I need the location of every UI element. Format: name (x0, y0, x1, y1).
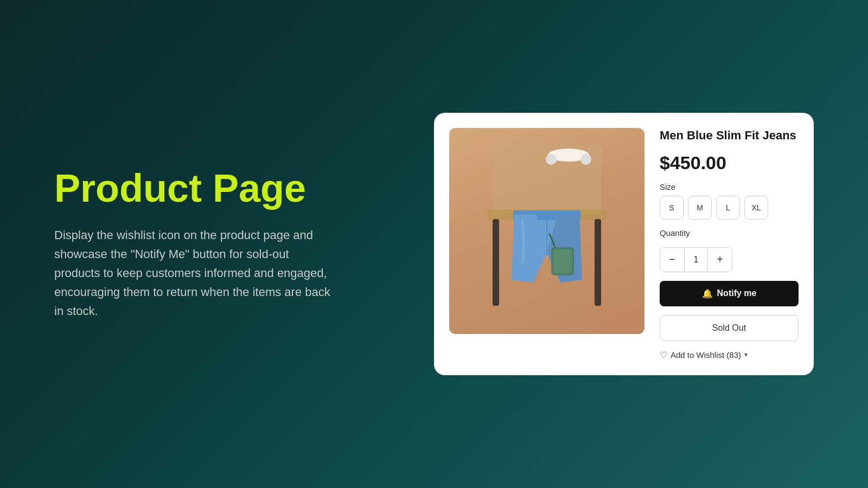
notify-me-button[interactable]: 🔔 Notify me (660, 281, 799, 306)
svg-point-6 (580, 154, 591, 165)
quantity-value: 1 (684, 248, 708, 272)
quantity-decrement-button[interactable]: − (660, 248, 684, 272)
svg-rect-3 (595, 219, 601, 306)
sold-out-button: Sold Out (660, 315, 799, 341)
size-section: Size S M L XL (660, 182, 799, 220)
quantity-increment-button[interactable]: + (708, 248, 732, 272)
size-m-button[interactable]: M (688, 196, 712, 220)
page-description: Display the wishlist icon on the product… (54, 226, 336, 321)
size-xl-button[interactable]: XL (744, 196, 768, 220)
size-options: S M L XL (660, 196, 799, 220)
size-s-button[interactable]: S (660, 196, 684, 220)
quantity-section: Quantity − 1 + (660, 228, 799, 272)
svg-rect-10 (553, 249, 572, 273)
product-details: Men Blue Slim Fit Jeans $450.00 Size S M… (660, 128, 799, 360)
product-price: $450.00 (660, 152, 799, 174)
page-heading: Product Page (54, 167, 391, 210)
notify-me-label: Notify me (717, 288, 757, 298)
wishlist-dropdown-icon: ▾ (744, 351, 748, 358)
svg-rect-2 (493, 219, 499, 306)
product-image-container (449, 128, 644, 334)
size-label: Size (660, 182, 799, 191)
product-title: Men Blue Slim Fit Jeans (660, 128, 799, 144)
svg-point-5 (546, 154, 557, 165)
product-card: Men Blue Slim Fit Jeans $450.00 Size S M… (434, 113, 814, 375)
heart-icon: ♡ (660, 350, 667, 360)
wishlist-label: Add to Wishlist (83) (671, 350, 741, 359)
quantity-label: Quantity (660, 228, 799, 237)
sold-out-label: Sold Out (712, 323, 746, 333)
bell-icon: 🔔 (702, 288, 713, 299)
size-l-button[interactable]: L (716, 196, 740, 220)
page-layout: Product Page Display the wishlist icon o… (54, 113, 814, 375)
wishlist-row[interactable]: ♡ Add to Wishlist (83) ▾ (660, 350, 799, 360)
product-image (449, 128, 644, 334)
quantity-controls: − 1 + (660, 247, 732, 272)
left-panel: Product Page Display the wishlist icon o… (54, 167, 391, 320)
